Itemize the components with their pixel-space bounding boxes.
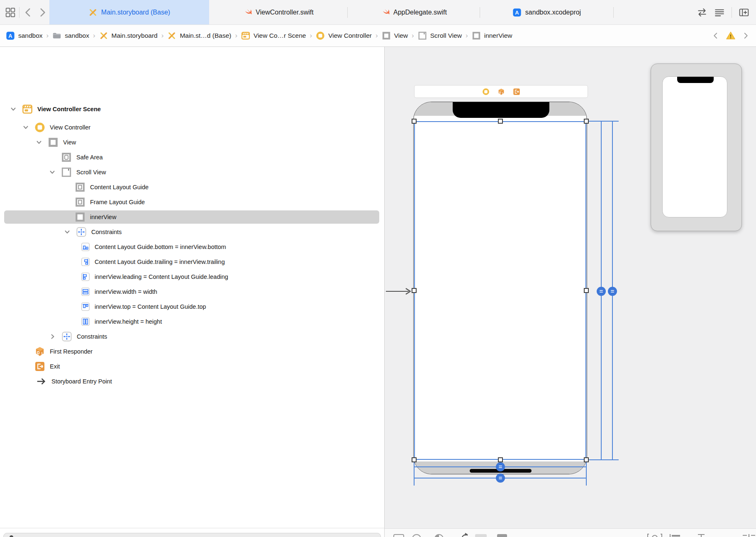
breadcrumb-item-view-co-r-scene[interactable]: View Co…r Scene <box>241 31 306 40</box>
breadcrumb-item-innerview[interactable]: innerView <box>472 31 512 40</box>
editor-grid-icon[interactable] <box>5 7 16 18</box>
selection-rect[interactable] <box>414 121 586 460</box>
outline-row-label: View Controller <box>50 120 90 135</box>
outline-row-content-layout-guide-trailing-innerview-[interactable]: Content Layout Guide.trailing = innerVie… <box>0 254 384 269</box>
breadcrumb-item-scroll-view[interactable]: Scroll View <box>418 31 462 40</box>
resize-handle[interactable] <box>584 119 589 124</box>
appearance-icon[interactable] <box>434 534 444 537</box>
outline-row-label: innerView.width = width <box>95 284 157 299</box>
outline-row-exit[interactable]: Exit <box>0 359 384 374</box>
variant-icon[interactable] <box>475 534 487 537</box>
selection-top-extension <box>586 121 619 122</box>
resize-handle[interactable] <box>584 288 589 293</box>
preview-screen <box>662 76 727 217</box>
tab-main-storyboard-base-[interactable]: Main.storyboard (Base) <box>49 0 209 24</box>
breadcrumb-separator: › <box>234 32 238 40</box>
outline-row-first-responder[interactable]: 1First Responder <box>0 344 384 359</box>
breadcrumb-separator: › <box>375 32 378 40</box>
disclosure-open-icon[interactable] <box>36 139 42 146</box>
issue-back-icon[interactable] <box>712 32 719 39</box>
tab-sandbox-xcodeproj[interactable]: Asandbox.xcodeproj <box>480 0 613 24</box>
editor-options-icon[interactable] <box>714 7 725 18</box>
constraint-badge-bottom-2[interactable]: = <box>496 474 505 483</box>
tab-bar-left <box>0 0 49 24</box>
divider <box>613 7 614 18</box>
outline-row-storyboard-entry-point[interactable]: Storyboard Entry Point <box>0 374 384 389</box>
breadcrumb-item-view[interactable]: View <box>382 31 408 40</box>
outline-row-scroll-view[interactable]: Scroll View <box>0 165 384 180</box>
text-tool-icon[interactable] <box>697 534 705 537</box>
xcodeproj-icon: A <box>6 31 15 40</box>
back-button[interactable] <box>23 7 34 18</box>
undo-icon[interactable] <box>460 532 469 537</box>
orientation-icon[interactable] <box>412 534 421 537</box>
exit-icon[interactable] <box>513 88 520 95</box>
breadcrumb-separator: › <box>161 32 164 40</box>
outline-row-view[interactable]: View <box>0 135 384 150</box>
forward-button[interactable] <box>37 7 48 18</box>
zoom-fit-icon[interactable] <box>647 534 662 537</box>
constraints-menu-icon[interactable] <box>742 534 756 537</box>
outline-row-label: Constraints <box>91 225 122 239</box>
entry-point-arrow <box>385 287 413 295</box>
view-controller-icon[interactable] <box>482 88 490 95</box>
disclosure-open-icon[interactable] <box>64 229 71 235</box>
outline-row-safe-area[interactable]: Safe Area <box>0 150 384 165</box>
first-responder-icon[interactable]: 1 <box>497 88 505 95</box>
outline-row-innerview-width-width[interactable]: innerView.width = width <box>0 284 384 299</box>
breadcrumb-item-sandbox[interactable]: Asandbox <box>6 31 43 40</box>
outline-filter-field[interactable] <box>3 533 381 537</box>
outline-row-content-layout-guide[interactable]: Content Layout Guide <box>0 180 384 195</box>
outline-row-innerview-height-height[interactable]: innerView.height = height <box>0 314 384 329</box>
outline-row-view-controller[interactable]: View Controller <box>0 120 384 135</box>
breadcrumb-item-view-controller[interactable]: View Controller <box>316 31 372 40</box>
adaptation-icon[interactable] <box>497 534 507 537</box>
align-icon[interactable] <box>669 534 682 537</box>
outline-row-constraints[interactable]: Constraints <box>0 225 384 239</box>
disclosure-open-icon[interactable] <box>10 106 17 112</box>
breadcrumb-label: Main.st…d (Base) <box>180 32 231 39</box>
resize-handle[interactable] <box>498 119 503 124</box>
ib-canvas[interactable]: 1 = = = <box>385 47 756 537</box>
outline-row-innerview-top-content-layout-guide-top[interactable]: innerView.top = Content Layout Guide.top <box>0 299 384 314</box>
constraint-badge-bottom-1[interactable]: = <box>496 462 505 471</box>
xcode-window: Main.storyboard (Base)ViewController.swi… <box>0 0 756 537</box>
disclosure-open-icon[interactable] <box>49 169 56 176</box>
resize-handle[interactable] <box>412 457 417 462</box>
disclosure-open-icon[interactable] <box>22 124 29 131</box>
outline-row-frame-layout-guide[interactable]: Frame Layout Guide <box>0 195 384 210</box>
outline-row-content-layout-guide-bottom-innerview-bo[interactable]: Content Layout Guide.bottom = innerView.… <box>0 239 384 254</box>
inner-view-icon <box>472 31 481 40</box>
breadcrumb-item-main-storyboard[interactable]: Main.storyboard <box>99 31 158 40</box>
issue-forward-icon[interactable] <box>742 32 749 39</box>
view-icon <box>382 31 391 40</box>
outline-row-constraints[interactable]: Constraints <box>0 329 384 344</box>
device-preview[interactable] <box>651 63 742 231</box>
resize-handle[interactable] <box>412 119 417 124</box>
constraint-badge-height[interactable]: = <box>597 287 606 296</box>
selected-row-highlight <box>4 210 379 224</box>
breadcrumb-label: View Co…r Scene <box>254 32 306 39</box>
constraint-badge-height-2[interactable]: = <box>608 287 617 296</box>
outline-row-label: innerView <box>90 210 116 225</box>
tab-viewcontroller-swift[interactable]: ViewController.swift <box>209 0 347 24</box>
c-leading-icon <box>81 272 90 281</box>
outline-row-label: Storyboard Entry Point <box>51 374 112 389</box>
outline-row-view-controller-scene[interactable]: View Controller Scene <box>0 102 384 117</box>
disclosure-closed-icon[interactable] <box>49 333 56 340</box>
breadcrumb-item-sandbox[interactable]: sandbox <box>52 31 89 40</box>
device-selector-icon[interactable] <box>393 534 404 537</box>
tab-appdelegate-swift[interactable]: AppDelegate.swift <box>348 0 480 24</box>
svg-text:A: A <box>515 9 519 15</box>
outline-row-innerview-leading-content-layout-guide-l[interactable]: innerView.leading = Content Layout Guide… <box>0 269 384 284</box>
resize-handle[interactable] <box>498 457 503 462</box>
swap-editors-icon[interactable] <box>697 7 707 18</box>
breadcrumb-item-main-st-d-base-[interactable]: Main.st…d (Base) <box>167 31 231 40</box>
warning-icon[interactable] <box>726 31 736 41</box>
outline-row-innerview[interactable]: innerView <box>0 210 384 225</box>
outline-row-label: Frame Layout Guide <box>90 195 145 210</box>
svg-text:1: 1 <box>502 91 503 94</box>
resize-handle[interactable] <box>584 457 589 462</box>
add-editor-icon[interactable] <box>739 7 749 18</box>
scene-icon <box>22 104 33 115</box>
